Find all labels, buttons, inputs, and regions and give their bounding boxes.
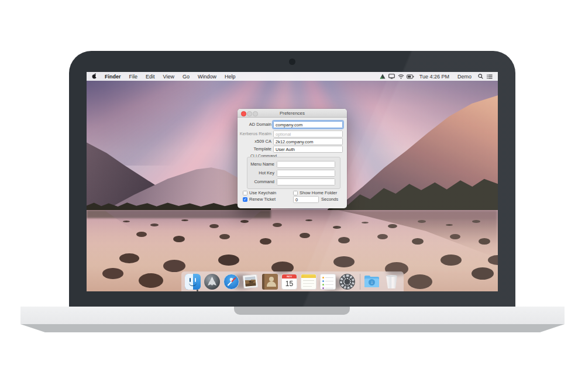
laptop-lid-notch xyxy=(234,307,350,315)
hot-key-input[interactable] xyxy=(277,170,335,177)
screen: Finder File Edit View Go Window Help xyxy=(87,72,498,291)
wallpaper-mountain-reflection xyxy=(338,210,498,263)
field-label-kerberos-realm: Kerberos Realm xyxy=(238,130,271,137)
dock-icon-finder[interactable] xyxy=(185,274,201,290)
dock-icon-reminders[interactable] xyxy=(320,274,336,290)
wallpaper-corner-shade-right xyxy=(322,72,498,154)
dock-icon-calendar[interactable]: NOV 15 xyxy=(281,274,297,290)
seconds-input[interactable] xyxy=(293,196,319,203)
spotlight-search-icon[interactable] xyxy=(476,72,485,81)
seconds-label: Seconds xyxy=(321,197,338,202)
dock-icon-system-preferences[interactable] xyxy=(339,274,355,290)
wallpaper-mountain-right xyxy=(335,95,498,212)
menu-user[interactable]: Demo xyxy=(453,74,476,80)
menu-finder[interactable]: Finder xyxy=(101,74,125,80)
window-title: Preferences xyxy=(238,111,347,116)
wallpaper-dome-reflection xyxy=(104,210,262,230)
show-home-folder-checkbox[interactable] xyxy=(293,191,298,195)
menu-bar: Finder File Edit View Go Window Help xyxy=(87,72,498,81)
laptop-base-bottom-edge xyxy=(20,324,565,332)
wifi-icon[interactable] xyxy=(397,72,406,81)
command-input[interactable] xyxy=(277,178,335,185)
field-label-template: Template xyxy=(238,146,271,153)
wallpaper-corner-shade-left xyxy=(87,72,262,166)
field-label-hot-key: Hot Key xyxy=(238,170,274,177)
dock-icon-launchpad[interactable] xyxy=(204,274,220,290)
apple-icon xyxy=(92,73,97,79)
dock: NOV 15 xyxy=(181,271,404,291)
preferences-window: Preferences AD Domain Kerberos Realm x50… xyxy=(238,109,347,208)
wallpaper-forest-right xyxy=(328,176,498,211)
wallpaper-tree-reflection xyxy=(87,210,271,218)
dock-icon-notes[interactable] xyxy=(301,274,316,290)
status-triangle-icon[interactable] xyxy=(378,72,387,81)
menu-edit[interactable]: Edit xyxy=(142,74,159,80)
menu-help[interactable]: Help xyxy=(221,74,240,80)
calendar-month: NOV xyxy=(282,274,297,278)
ad-domain-input[interactable] xyxy=(273,121,343,128)
calendar-day: 15 xyxy=(282,278,297,289)
menu-name-input[interactable] xyxy=(277,161,335,168)
field-label-menu-name: Menu Name xyxy=(238,161,274,168)
finder-running-indicator xyxy=(197,290,198,291)
dock-separator xyxy=(360,274,360,290)
field-label-command: Command xyxy=(238,178,274,185)
use-keychain-label: Use Keychain xyxy=(249,191,276,195)
show-home-folder-label: Show Home Folder xyxy=(300,191,337,195)
use-keychain-checkbox[interactable] xyxy=(243,191,247,195)
display-airplay-icon[interactable] xyxy=(387,72,397,81)
dock-icon-contacts[interactable] xyxy=(262,274,278,290)
dock-icon-downloads[interactable]: ↓ xyxy=(364,274,380,290)
field-label-x509-ca: x509 CA xyxy=(238,138,271,145)
battery-icon[interactable] xyxy=(406,72,415,81)
dock-icon-trash[interactable] xyxy=(384,274,400,290)
renew-ticket-label: Renew Ticket xyxy=(249,197,276,202)
window-titlebar[interactable]: Preferences xyxy=(238,109,347,118)
wallpaper-mountain-left xyxy=(87,136,198,212)
dock-icon-preview[interactable] xyxy=(243,274,259,290)
menu-go[interactable]: Go xyxy=(178,74,194,80)
menu-window[interactable]: Window xyxy=(194,74,221,80)
menu-clock[interactable]: Tue 4:26 PM xyxy=(415,74,453,80)
x509-ca-input[interactable] xyxy=(273,138,343,145)
laptop-mockup: Finder File Edit View Go Window Help xyxy=(0,0,585,392)
template-input[interactable] xyxy=(273,146,343,153)
kerberos-realm-input[interactable] xyxy=(273,130,343,137)
webcam-dot xyxy=(289,59,295,65)
field-label-ad-domain: AD Domain xyxy=(238,121,271,128)
dock-icon-safari[interactable] xyxy=(223,274,239,290)
notification-center-icon[interactable] xyxy=(485,72,494,81)
menu-view[interactable]: View xyxy=(159,74,178,80)
menu-file[interactable]: File xyxy=(125,74,142,80)
renew-ticket-checkbox[interactable]: ✓ xyxy=(243,197,247,202)
apple-menu[interactable] xyxy=(87,73,101,80)
